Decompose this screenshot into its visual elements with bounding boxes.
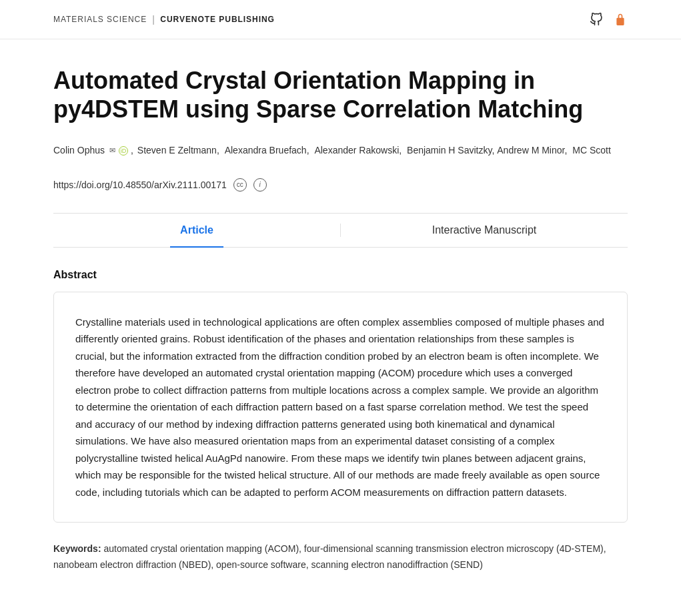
author-separator-1: ,	[131, 142, 136, 159]
orcid-icon[interactable]: iD	[119, 146, 128, 156]
doi-line: https://doi.org/10.48550/arXiv.2111.0017…	[53, 178, 628, 192]
author-separator-5	[568, 142, 571, 159]
author-steven: Steven E Zeltmann,	[137, 142, 219, 159]
tab-article[interactable]: Article	[53, 214, 340, 247]
breadcrumb-curvenote[interactable]: Curvenote Publishing	[160, 15, 275, 24]
doi-link[interactable]: https://doi.org/10.48550/arXiv.2111.0017…	[53, 180, 227, 190]
tab-interactive-manuscript[interactable]: Interactive Manuscript	[341, 214, 628, 247]
abstract-title: Abstract	[53, 269, 628, 281]
github-icon[interactable]	[589, 12, 604, 27]
email-icon[interactable]: ✉	[107, 146, 117, 156]
header-icons	[589, 12, 628, 27]
author-separator-2	[221, 142, 223, 159]
tabs-container: Article Interactive Manuscript	[53, 213, 628, 248]
main-content: Automated Crystal Orientation Mapping in…	[0, 39, 681, 600]
breadcrumb-materials-science[interactable]: Materials Science	[53, 15, 147, 24]
author-colin-icons: ✉ iD	[107, 146, 128, 156]
keywords-text: automated crystal orientation mapping (A…	[53, 543, 606, 570]
top-bar: Materials Science | Curvenote Publishing	[0, 0, 681, 39]
breadcrumb-separator: |	[152, 14, 155, 25]
breadcrumb: Materials Science | Curvenote Publishing	[53, 14, 275, 25]
keywords-label: Keywords:	[53, 543, 101, 554]
author-benjamin: Benjamin H Savitzky,	[407, 142, 494, 159]
abstract-text: Crystalline materials used in technologi…	[75, 314, 606, 501]
open-access-icon[interactable]	[613, 12, 628, 27]
info-icon[interactable]: i	[253, 178, 267, 192]
keywords-line: Keywords: automated crystal orientation …	[53, 541, 628, 573]
author-alexandra: Alexandra Bruefach,	[225, 142, 309, 159]
author-separator-4	[403, 142, 406, 159]
author-andrew: Andrew M Minor,	[497, 142, 567, 159]
author-alexander: Alexander Rakowski,	[314, 142, 402, 159]
author-separator-3	[311, 142, 313, 159]
author-colin-ophus: Colin Ophus	[53, 142, 105, 159]
article-title: Automated Crystal Orientation Mapping in…	[53, 66, 627, 123]
author-mc: MC Scott	[572, 142, 611, 159]
section-content: Abstract Crystalline materials used in t…	[53, 248, 628, 573]
cc-license-icon[interactable]: cc	[233, 178, 247, 192]
authors-line: Colin Ophus ✉ iD , Steven E Zeltmann, Al…	[53, 142, 628, 159]
abstract-box: Crystalline materials used in technologi…	[53, 292, 628, 523]
